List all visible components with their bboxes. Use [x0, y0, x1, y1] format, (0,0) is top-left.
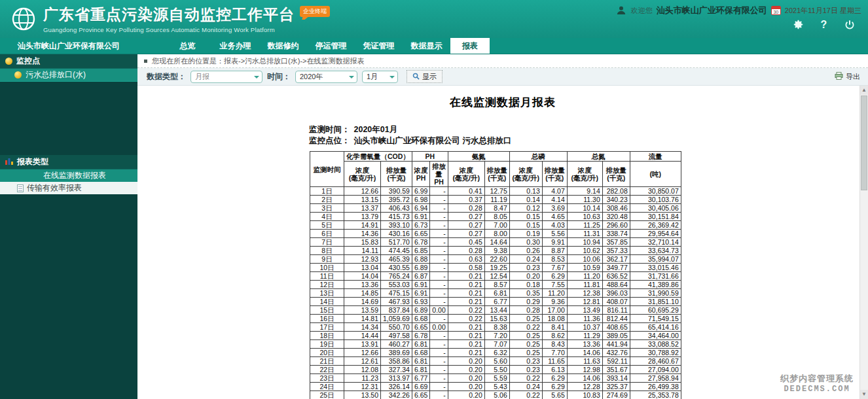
table-cell: 0.22: [448, 306, 484, 315]
table-cell: 396.03: [602, 289, 630, 298]
sidebar-item-transmission-rate-report[interactable]: 传输有效率报表: [0, 182, 137, 194]
table-cell: 4.07: [542, 187, 567, 196]
power-icon[interactable]: [844, 19, 855, 30]
table-cell: 5.65: [542, 391, 567, 399]
settings-gear-icon[interactable]: [793, 19, 804, 30]
table-cell: 313.97: [381, 374, 412, 383]
nav-tab-business[interactable]: 业务办理: [211, 38, 259, 54]
table-cell: 0.28: [448, 247, 484, 255]
scrollbar-thumb[interactable]: [861, 95, 867, 190]
filter-bar: 数据类型： 月报 时间： 2020年 1月 显示 导出: [137, 68, 868, 86]
table-cell: 13.44: [484, 306, 509, 315]
table-cell: 351.67: [602, 366, 630, 374]
sidebar-item-online-monitoring-report[interactable]: 在线监测数据报表: [0, 169, 137, 182]
table-cell: -: [430, 298, 448, 306]
table-cell: 13.36: [567, 340, 602, 349]
table-cell: 327.34: [381, 366, 412, 374]
table-cell: 8日: [310, 247, 344, 255]
table-cell: 13.49: [567, 306, 602, 315]
table-cell: 5.59: [484, 374, 509, 383]
table-cell: 636.52: [602, 272, 630, 281]
table-cell: 12.93: [344, 255, 381, 264]
table-row: 9日12.93465.396.88-0.6322.600.248.5310.06…: [310, 255, 681, 264]
table-row: 18日14.44497.586.78-0.217.200.258.6211.29…: [310, 332, 681, 340]
table-cell: 441.94: [602, 340, 630, 349]
table-row: 4日13.79415.736.91-0.278.050.154.6510.633…: [310, 213, 681, 221]
table-cell: 9.14: [567, 187, 602, 196]
table-cell: 0.21: [448, 281, 484, 289]
table-cell: 9日: [310, 255, 344, 264]
month-select[interactable]: 1月: [362, 71, 398, 83]
table-cell: 9.91: [542, 238, 567, 247]
chevron-down-icon: [389, 76, 395, 78]
table-cell: -: [430, 374, 448, 383]
table-cell: 0.23: [509, 264, 542, 272]
table-row: 23日11.23313.976.77-0.205.590.226.2914.06…: [310, 374, 681, 383]
help-icon[interactable]: ?: [818, 19, 829, 30]
table-cell: 389.69: [381, 349, 412, 357]
table-cell: 550.70: [381, 323, 412, 332]
table-cell: 0.19: [509, 230, 542, 238]
table-cell: 357.85: [602, 238, 630, 247]
table-row: 12日13.36553.036.91-0.218.570.187.5511.81…: [310, 281, 681, 289]
nav-tab-reports[interactable]: 报表: [450, 38, 490, 54]
data-type-select[interactable]: 月报: [190, 71, 262, 83]
table-cell: 6.87: [412, 272, 429, 281]
table-cell: 3.69: [542, 204, 567, 213]
table-cell: 10.83: [567, 391, 602, 399]
table-cell: 5.56: [542, 230, 567, 238]
table-cell: 26,499.38: [630, 383, 681, 391]
table-cell: 12日: [310, 281, 344, 289]
export-button[interactable]: 导出: [835, 72, 860, 82]
table-cell: 430.16: [381, 230, 412, 238]
table-cell: 0.20: [448, 374, 484, 383]
table-cell: 0.35: [509, 289, 542, 298]
nav-tab-data-revision[interactable]: 数据修约: [259, 38, 307, 54]
table-cell: 0.20: [509, 272, 542, 281]
report-title: 在线监测数据月报表: [137, 95, 868, 110]
table-cell: 474.45: [381, 247, 412, 255]
table-cell: 0.25: [509, 340, 542, 349]
table-cell: 11.20: [567, 272, 602, 281]
sidebar-item-wastewater-outlet[interactable]: 污水总排放口(水): [0, 69, 137, 82]
scroll-down-icon[interactable]: ▼: [860, 390, 868, 399]
table-cell: 467.93: [381, 298, 412, 306]
year-select[interactable]: 2020年: [295, 71, 357, 83]
table-cell: 4日: [310, 213, 344, 221]
table-row: 11日14.04765.246.87-0.2112.540.206.2911.2…: [310, 272, 681, 281]
table-cell: 13.59: [344, 306, 381, 315]
table-cell: -: [430, 315, 448, 323]
user-icon: [616, 5, 627, 16]
scroll-up-icon[interactable]: ▲: [860, 86, 868, 95]
table-row: 24日12.31326.146.69-0.205.430.246.2912.28…: [310, 383, 681, 391]
nav-tab-voucher[interactable]: 凭证管理: [355, 38, 403, 54]
header-company-name[interactable]: 汕头市峡山广业环保有限公司: [657, 5, 767, 16]
column-subheader: 排放量 (千克): [602, 162, 630, 187]
nav-tab-shutdown[interactable]: 停运管理: [307, 38, 355, 54]
nav-tab-data-display[interactable]: 数据显示: [403, 38, 450, 54]
table-cell: 15.63: [484, 315, 509, 323]
table-cell: 6.81: [412, 340, 429, 349]
table-cell: 0.27: [448, 221, 484, 230]
table-cell: 0.22: [448, 315, 484, 323]
table-cell: 0.63: [448, 255, 484, 264]
table-cell: 19.25: [484, 264, 509, 272]
table-cell: 0.20: [448, 391, 484, 399]
app-title: 广东省重点污染源自动监控工作平台: [43, 5, 295, 25]
table-cell: 11.19: [484, 196, 509, 204]
table-cell: 6.29: [542, 374, 567, 383]
table-cell: 395.72: [381, 196, 412, 204]
table-cell: 31,990.59: [630, 289, 681, 298]
table-cell: 8.00: [484, 230, 509, 238]
column-group-header: PH: [412, 152, 448, 162]
vertical-scrollbar[interactable]: ▲ ▼: [859, 86, 868, 399]
table-cell: 415.73: [381, 213, 412, 221]
table-cell: 393.14: [602, 374, 630, 383]
column-subheader: 浓度 (毫克/升): [509, 162, 542, 187]
sidebar-monitor-header: 监控点: [0, 54, 137, 69]
report-meta-site: 监控点位：汕头市峡山广业环保有限公司 污水总排放口: [309, 135, 868, 147]
table-cell: 12.81: [567, 298, 602, 306]
table-cell: 0.14: [509, 196, 542, 204]
nav-tab-overview[interactable]: 总览: [164, 38, 211, 54]
show-button[interactable]: 显示: [407, 70, 443, 83]
